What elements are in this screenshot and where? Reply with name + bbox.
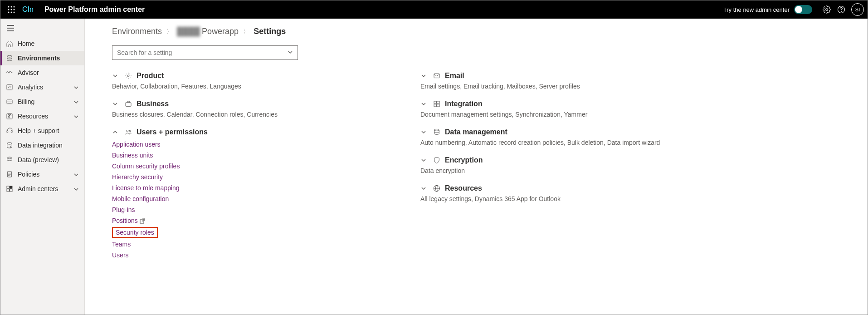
search-input-field[interactable] — [117, 49, 288, 56]
svg-point-0 — [8, 6, 10, 8]
dataint-icon — [6, 142, 13, 149]
shield-icon — [433, 157, 440, 164]
group-title: Product — [137, 72, 164, 80]
settings-group-resources: ResourcesAll legacy settings, Dynamics 3… — [420, 184, 692, 202]
chevron-down-icon — [73, 172, 79, 177]
brand-label: CIn — [22, 5, 34, 14]
group-title: Users + permissions — [137, 128, 208, 136]
group-header[interactable]: Resources — [420, 184, 692, 192]
settings-group-product: ProductBehavior, Collaboration, Features… — [112, 72, 384, 90]
settings-link-users[interactable]: Users — [112, 250, 384, 261]
svg-point-4 — [11, 9, 12, 10]
settings-link-license-to-role-mapping[interactable]: License to role mapping — [112, 182, 384, 193]
app-title: Power Platform admin center — [44, 5, 145, 14]
breadcrumb-current: Settings — [254, 27, 286, 36]
settings-link-hierarchy-security[interactable]: Hierarchy security — [112, 172, 384, 182]
breadcrumb-environments[interactable]: Environments — [112, 27, 162, 36]
globe-icon — [433, 185, 440, 192]
svg-point-37 — [127, 130, 128, 132]
svg-rect-22 — [8, 117, 10, 118]
sidebar-item-analytics[interactable]: Analytics — [0, 80, 84, 94]
group-header[interactable]: Product — [112, 72, 384, 80]
breadcrumb-env-redacted: ████ — [177, 27, 200, 36]
settings-link-security-roles[interactable]: Security roles — [112, 227, 158, 238]
sidebar-item-label: Advisor — [18, 69, 79, 76]
svg-rect-16 — [7, 84, 12, 90]
group-subtext: Document management settings, Synchroniz… — [420, 111, 692, 118]
group-subtext: Auto numbering, Automatic record creatio… — [420, 139, 692, 146]
settings-link-teams[interactable]: Teams — [112, 239, 384, 250]
chevron-down-icon[interactable] — [288, 49, 293, 56]
svg-rect-43 — [437, 101, 439, 103]
settings-group-email: EmailEmail settings, Email tracking, Mai… — [420, 72, 692, 90]
analytics-icon — [6, 84, 13, 91]
svg-point-3 — [8, 9, 10, 10]
people-icon — [125, 128, 132, 136]
settings-link-plug-ins[interactable]: Plug-ins — [112, 204, 384, 215]
help-icon[interactable] — [834, 2, 848, 17]
sidebar-item-billing[interactable]: Billing — [0, 94, 84, 109]
sidebar-toggle-icon[interactable] — [0, 21, 84, 36]
svg-rect-17 — [7, 100, 12, 104]
svg-point-9 — [826, 9, 828, 11]
app-header: CIn Power Platform admin center Try the … — [0, 0, 868, 19]
policies-icon — [6, 171, 13, 178]
sidebar-item-data-preview-[interactable]: Data (preview) — [0, 153, 84, 167]
group-header[interactable]: Integration — [420, 100, 692, 108]
sidebar-item-help-support[interactable]: Help + support — [0, 123, 84, 138]
sidebar-item-label: Help + support — [18, 127, 79, 134]
sidebar-item-label: Resources — [18, 113, 73, 120]
svg-rect-33 — [7, 189, 9, 192]
search-setting-input[interactable] — [112, 45, 298, 60]
chevron-down-icon — [420, 157, 427, 163]
group-header[interactable]: Email — [420, 72, 692, 80]
sidebar-item-policies[interactable]: Policies — [0, 167, 84, 182]
settings-group-encryption: EncryptionData encryption — [420, 156, 692, 174]
group-title: Encryption — [445, 156, 483, 164]
try-new-admin-toggle[interactable] — [794, 5, 812, 14]
user-avatar[interactable]: SI — [851, 3, 864, 16]
settings-link-mobile-configuration[interactable]: Mobile configuration — [112, 193, 384, 204]
sidebar-item-label: Policies — [18, 171, 73, 178]
briefcase-icon — [125, 100, 132, 108]
breadcrumb-env[interactable]: Powerapp — [202, 27, 239, 36]
sidebar-item-advisor[interactable]: Advisor — [0, 65, 84, 80]
group-subtext: Behavior, Collaboration, Features, Langu… — [112, 83, 384, 90]
svg-point-8 — [14, 12, 15, 13]
group-link-list: Application usersBusiness unitsColumn se… — [112, 139, 384, 261]
group-header[interactable]: Users + permissions — [112, 128, 384, 136]
group-header[interactable]: Business — [112, 100, 384, 108]
admin-icon — [6, 185, 13, 192]
try-new-admin-label: Try the new admin center — [723, 6, 790, 13]
group-subtext: Business closures, Calendar, Connection … — [112, 111, 384, 118]
chevron-down-icon — [420, 185, 427, 192]
svg-point-5 — [14, 9, 15, 10]
sidebar-item-data-integration[interactable]: Data integration — [0, 138, 84, 153]
sidebar-item-label: Home — [18, 40, 79, 47]
settings-gear-icon[interactable] — [819, 2, 834, 17]
group-header[interactable]: Encryption — [420, 156, 692, 164]
help-icon — [6, 127, 13, 134]
settings-link-application-users[interactable]: Application users — [112, 139, 384, 150]
group-header[interactable]: Data management — [420, 128, 692, 136]
svg-rect-41 — [434, 74, 439, 78]
svg-point-2 — [14, 6, 15, 8]
settings-link-column-security-profiles[interactable]: Column security profiles — [112, 161, 384, 172]
sidebar-item-resources[interactable]: Resources — [0, 109, 84, 123]
settings-link-business-units[interactable]: Business units — [112, 150, 384, 161]
svg-rect-19 — [7, 113, 12, 119]
chevron-down-icon — [73, 113, 79, 119]
group-subtext: Email settings, Email tracking, Mailboxe… — [420, 83, 692, 90]
sidebar-item-environments[interactable]: Environments — [0, 51, 84, 65]
app-launcher-icon[interactable] — [4, 2, 19, 17]
svg-rect-23 — [7, 130, 8, 133]
chevron-down-icon — [73, 186, 79, 192]
svg-point-15 — [7, 55, 12, 57]
sidebar-item-admin-centers[interactable]: Admin centers — [0, 182, 84, 196]
sidebar-item-home[interactable]: Home — [0, 36, 84, 51]
group-title: Data management — [445, 128, 507, 136]
svg-point-26 — [7, 157, 12, 159]
settings-link-positions[interactable]: Positions — [112, 215, 384, 226]
svg-rect-20 — [8, 115, 10, 116]
chevron-down-icon — [420, 129, 427, 135]
